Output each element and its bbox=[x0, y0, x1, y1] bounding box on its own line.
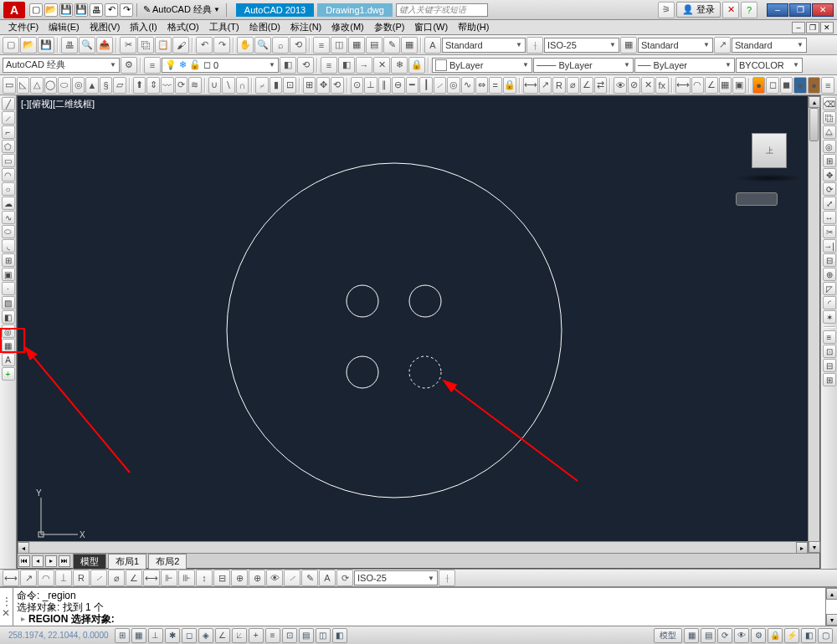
preview-icon[interactable]: 🔍 bbox=[79, 37, 95, 54]
layermatch-icon[interactable]: ◧ bbox=[338, 57, 355, 74]
wedge-icon[interactable]: ◺ bbox=[17, 77, 30, 94]
union-icon[interactable]: ∪ bbox=[208, 77, 222, 94]
ellipsearc-icon[interactable]: ◟ bbox=[2, 239, 15, 253]
publish-icon[interactable]: 📤 bbox=[96, 37, 113, 54]
layeroff-icon[interactable]: ✕ bbox=[373, 57, 390, 74]
zoom-icon[interactable]: 🔍 bbox=[254, 37, 271, 54]
imprint-icon[interactable]: ⊡ bbox=[283, 77, 296, 94]
minimize-button[interactable]: – bbox=[767, 3, 788, 17]
mirror-icon[interactable]: ⧋ bbox=[823, 125, 836, 139]
command-window[interactable]: ⋮✕ 命令: _region 选择对象: 找到 1 个 ▸ REGION 选择对… bbox=[0, 587, 837, 626]
loft-icon[interactable]: ≋ bbox=[188, 77, 202, 94]
visual-real-icon[interactable]: ● bbox=[793, 77, 807, 94]
color-combo[interactable]: ByLayer▼ bbox=[432, 58, 532, 73]
break-icon[interactable]: ⊟ bbox=[823, 253, 836, 267]
sphere-icon[interactable]: ◯ bbox=[44, 77, 58, 94]
cut-icon[interactable]: ✂ bbox=[120, 37, 136, 54]
cmd-grip[interactable]: ⋮✕ bbox=[0, 588, 13, 626]
hideall-icon[interactable]: ⊘ bbox=[628, 77, 641, 94]
move-icon[interactable]: ✥ bbox=[823, 168, 836, 181]
showall-icon[interactable]: 👁 bbox=[614, 77, 627, 94]
close-button[interactable]: ✕ bbox=[812, 3, 834, 17]
slice-icon[interactable]: ⌿ bbox=[255, 77, 269, 94]
subtract-icon[interactable]: ∖ bbox=[222, 77, 235, 94]
planar-icon[interactable]: ▱ bbox=[113, 77, 126, 94]
visual-2d-icon[interactable]: ◻ bbox=[766, 77, 779, 94]
pline-icon[interactable]: ⌐ bbox=[2, 125, 15, 139]
polygon-icon[interactable]: ⬠ bbox=[2, 140, 15, 153]
menu-help[interactable]: 帮助(H) bbox=[453, 21, 494, 33]
dimdia-c-icon[interactable]: ⌀ bbox=[567, 77, 580, 94]
sc-toggle[interactable]: ◫ bbox=[316, 628, 331, 643]
sheetset-icon[interactable]: ▤ bbox=[366, 37, 383, 54]
horiz-constraint-icon[interactable]: ━ bbox=[406, 77, 419, 94]
cleanscreen-icon[interactable]: ▢ bbox=[818, 628, 833, 643]
revolve-icon[interactable]: ⟳ bbox=[175, 77, 188, 94]
menu-dimension[interactable]: 标注(N) bbox=[285, 21, 326, 33]
layerstate-icon[interactable]: ≡ bbox=[321, 57, 337, 74]
dimordinate-icon[interactable]: ⟘ bbox=[55, 570, 72, 586]
insert-icon[interactable]: ⊞ bbox=[2, 253, 15, 267]
dimbreak-icon[interactable]: ⊟ bbox=[213, 570, 230, 586]
thicken-icon[interactable]: ▮ bbox=[270, 77, 283, 94]
plot-icon[interactable]: 🖶 bbox=[61, 37, 78, 54]
dimcontinue-icon[interactable]: ⊪ bbox=[178, 570, 195, 586]
presspull-icon[interactable]: ⇕ bbox=[146, 77, 160, 94]
cone-icon[interactable]: △ bbox=[30, 77, 44, 94]
qat-plot-icon[interactable]: 🖶 bbox=[90, 3, 103, 17]
perp-constraint-icon[interactable]: ⊥ bbox=[364, 77, 377, 94]
trim-icon[interactable]: ✂ bbox=[823, 225, 836, 238]
model-space-btn[interactable]: 模型 bbox=[654, 628, 682, 643]
menu-modify[interactable]: 修改(M) bbox=[326, 21, 369, 33]
redo-icon[interactable]: ↷ bbox=[213, 37, 230, 54]
measure-vol-icon[interactable]: ▣ bbox=[732, 77, 746, 94]
table-icon[interactable]: ▦ bbox=[2, 339, 15, 352]
menu-format[interactable]: 格式(O) bbox=[162, 21, 204, 33]
convert-icon[interactable]: ⇄ bbox=[594, 77, 608, 94]
chamfer-icon[interactable]: ◸ bbox=[823, 282, 836, 295]
layerprop-icon[interactable]: ≡ bbox=[144, 57, 161, 74]
tab-first[interactable]: ⏮ bbox=[18, 555, 30, 567]
osnap-toggle[interactable]: ◻ bbox=[182, 628, 197, 643]
drawordr-icon[interactable]: ≡ bbox=[823, 330, 836, 344]
colinear-icon[interactable]: ⟋ bbox=[434, 77, 447, 94]
visual-concept-icon[interactable]: ● bbox=[808, 77, 821, 94]
qat-open-icon[interactable]: 📂 bbox=[44, 3, 58, 17]
dimlinear-icon[interactable]: ⟷ bbox=[3, 570, 19, 586]
measure-ang-icon[interactable]: ∠ bbox=[705, 77, 718, 94]
qat-undo-icon[interactable]: ↶ bbox=[105, 3, 118, 17]
qat-new-icon[interactable]: ▢ bbox=[29, 3, 43, 17]
paste-icon[interactable]: 📋 bbox=[155, 37, 172, 54]
3dosnap-toggle[interactable]: ◈ bbox=[198, 628, 213, 643]
dimtedit-icon[interactable]: A bbox=[319, 570, 336, 586]
maximize-button[interactable]: ❐ bbox=[789, 3, 811, 17]
lwt-toggle[interactable]: ≡ bbox=[265, 628, 280, 643]
vscrollbar[interactable]: ▴ ▾ bbox=[808, 96, 819, 553]
drawordr3-icon[interactable]: ⊟ bbox=[823, 359, 836, 372]
infocenter-icon[interactable]: ⚞ bbox=[658, 2, 675, 18]
dimspace-icon[interactable]: ↕ bbox=[196, 570, 213, 586]
dimalign-c-icon[interactable]: ↗ bbox=[539, 77, 552, 94]
region-icon[interactable]: ◎ bbox=[2, 325, 15, 338]
linetype-combo[interactable]: ───ByLayer▼ bbox=[533, 58, 634, 73]
layerprev-icon[interactable]: ⟲ bbox=[297, 57, 314, 74]
qview-layouts[interactable]: ▦ bbox=[684, 628, 699, 643]
fillet-icon[interactable]: ◜ bbox=[823, 296, 836, 309]
tangent-constraint-icon[interactable]: ⊖ bbox=[392, 77, 405, 94]
centermark-icon[interactable]: ⊕ bbox=[249, 570, 265, 586]
ellipse-icon[interactable]: ⬭ bbox=[2, 225, 15, 238]
isolate-icon[interactable]: ◧ bbox=[801, 628, 816, 643]
plotstyle-combo[interactable]: BYCOLOR▼ bbox=[736, 58, 803, 73]
symmetric-icon[interactable]: ⇔ bbox=[475, 77, 489, 94]
hatch-icon[interactable]: ▨ bbox=[2, 296, 15, 309]
smooth-constraint-icon[interactable]: ∿ bbox=[461, 77, 475, 94]
menu-edit[interactable]: 编辑(E) bbox=[44, 21, 85, 33]
dimstyle-combo[interactable]: ISO-25▼ bbox=[544, 38, 619, 53]
layercur-icon[interactable]: → bbox=[356, 57, 372, 74]
line-icon[interactable]: ╱ bbox=[2, 97, 15, 110]
tab-prev[interactable]: ◂ bbox=[32, 555, 44, 567]
qview-dwgs[interactable]: ▤ bbox=[701, 628, 716, 643]
help-icon[interactable]: ? bbox=[741, 2, 757, 18]
tpy-toggle[interactable]: ⊡ bbox=[282, 628, 297, 643]
sweep-icon[interactable]: 〰 bbox=[161, 77, 174, 94]
